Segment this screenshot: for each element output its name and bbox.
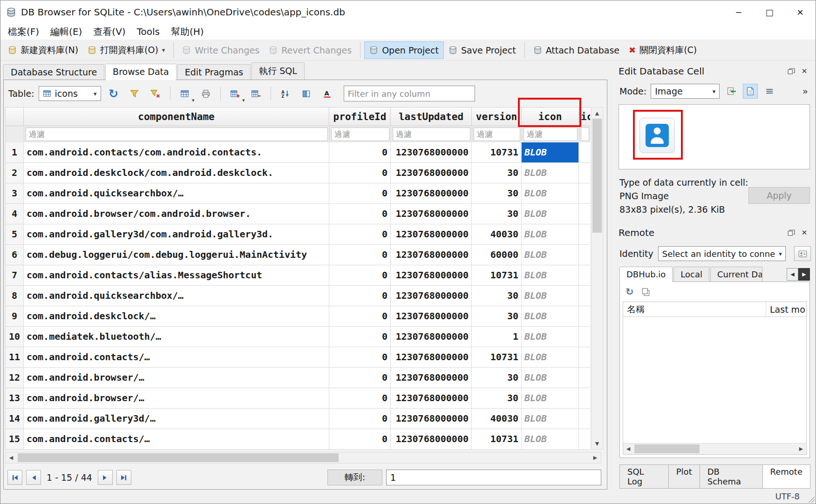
vertical-scrollbar[interactable]: ▲ ▼ [591, 107, 603, 450]
sort-button[interactable]: AZ [277, 85, 294, 102]
table-row[interactable]: 5 com.android.gallery3d/com.android.gall… [5, 224, 590, 245]
table-row[interactable]: 10 com.mediatek.bluetooth/… 0 1230768000… [5, 327, 590, 347]
table-row[interactable]: 15 com.android.contacts/… 0 123076800000… [5, 429, 590, 450]
remote-horizontal-scrollbar[interactable]: ◀ ▶ [623, 443, 806, 454]
remote-table-body[interactable] [623, 317, 806, 443]
cell-icon-blob[interactable]: BLOB [522, 142, 579, 163]
table-selector[interactable]: icons ▾ [39, 86, 101, 101]
cell-icon-blob[interactable]: BLOB [522, 429, 579, 450]
clone-database-button[interactable] [641, 288, 650, 296]
tab-edit-pragmas[interactable]: Edit Pragmas [177, 64, 251, 80]
scroll-right-icon[interactable]: ▶ [796, 444, 806, 455]
cell-profileId[interactable]: 0 [329, 245, 391, 265]
filter-input-componentName[interactable]: 過濾 [26, 128, 328, 141]
tab-database-structure[interactable]: Database Structure [3, 64, 104, 80]
cell-icon-blob[interactable]: BLOB [522, 245, 579, 265]
more-tools-chevron[interactable]: » [802, 86, 811, 97]
cell-version[interactable]: 30 [472, 204, 522, 224]
tab-browse-data[interactable]: Browse Data [105, 64, 177, 80]
cell-lastUpdated[interactable]: 1230768000000 [391, 265, 472, 286]
table-row[interactable]: 2 com.android.deskclock/com.android.desk… [5, 163, 590, 183]
cell-profileId[interactable]: 0 [329, 204, 391, 224]
cell-componentName[interactable]: com.android.contacts/… [24, 347, 329, 368]
cell-profileId[interactable]: 0 [329, 388, 391, 409]
cell-lastUpdated[interactable]: 1230768000000 [391, 204, 472, 224]
column-header-profileId[interactable]: profileId [329, 107, 391, 126]
refresh-button[interactable]: ↻ [105, 85, 122, 102]
new-database-button[interactable]: 新建資料庫(N) [3, 41, 83, 60]
tab-execute-sql[interactable]: 執行 SQL [252, 62, 305, 80]
cell-lastUpdated[interactable]: 1230768000000 [391, 368, 472, 388]
table-row[interactable]: 1 com.android.contacts/com.android.conta… [5, 142, 590, 163]
cell-icon-blob[interactable]: BLOB [522, 265, 579, 286]
cell-profileId[interactable]: 0 [329, 409, 391, 429]
cell-version[interactable]: 30 [472, 388, 522, 409]
table-row[interactable]: 4 com.android.browser/com.android.browse… [5, 204, 590, 224]
menu-file[interactable]: 檔案(F) [2, 26, 45, 38]
cell-lastUpdated[interactable]: 1230768000000 [391, 388, 472, 409]
last-page-button[interactable] [116, 470, 131, 485]
column-header-name[interactable]: 名稱 [623, 302, 766, 316]
open-database-button[interactable]: 打開資料庫(O) ▾ [83, 41, 170, 60]
table-row[interactable]: 7 com.android.contacts/alias.MessageShor… [5, 265, 590, 286]
cell-componentName[interactable]: com.android.browser/… [24, 368, 329, 388]
tab-sql-log[interactable]: SQL Log [619, 464, 669, 489]
cell-lastUpdated[interactable]: 1230768000000 [391, 429, 472, 450]
cell-profileId[interactable]: 0 [329, 286, 391, 306]
float-panel-button[interactable] [785, 227, 798, 239]
close-database-button[interactable]: ✖ 關閉資料庫(C) [624, 41, 701, 60]
horizontal-scroll-thumb[interactable] [18, 453, 339, 462]
cell-profileId[interactable]: 0 [329, 429, 391, 450]
tab-plot[interactable]: Plot [668, 464, 700, 489]
cell-profileId[interactable]: 0 [329, 163, 391, 183]
scroll-left-icon[interactable]: ◀ [6, 452, 17, 464]
save-project-button[interactable]: Save Project [444, 42, 521, 59]
cell-componentName[interactable]: com.android.gallery3d/com.android.galler… [24, 224, 329, 245]
cell-componentName[interactable]: com.android.browser/com.android.browser. [24, 204, 329, 224]
open-project-button[interactable]: Open Project [364, 41, 444, 59]
table-row[interactable]: 11 com.android.contacts/… 0 123076800000… [5, 347, 590, 368]
row-number[interactable]: 4 [5, 204, 24, 224]
cell-version[interactable]: 10731 [472, 265, 522, 286]
tab-scroll-right-button[interactable]: ▶ [798, 268, 810, 281]
remote-scroll-thumb[interactable] [634, 444, 700, 453]
manage-identities-button[interactable] [794, 246, 811, 261]
chevron-down-icon[interactable]: ▾ [242, 97, 245, 103]
cell-profileId[interactable]: 0 [329, 183, 391, 204]
maximize-button[interactable]: □ [754, 0, 785, 24]
cell-lastUpdated[interactable]: 1230768000000 [391, 163, 472, 183]
cell-profileId[interactable]: 0 [329, 306, 391, 327]
first-page-button[interactable] [7, 470, 22, 485]
scroll-up-icon[interactable]: ▲ [592, 108, 603, 119]
column-header-componentName[interactable]: componentName [24, 107, 329, 126]
import-data-button[interactable] [724, 84, 739, 99]
encoding-button[interactable] [298, 85, 315, 102]
cell-profileId[interactable]: 0 [329, 265, 391, 286]
filter-input-partial[interactable] [581, 128, 589, 141]
minimize-button[interactable]: ─ [723, 0, 754, 24]
table-row[interactable]: 6 com.debug.loggerui/com.debug.loggerui.… [5, 245, 590, 265]
print-button[interactable] [197, 85, 214, 102]
cell-icon-blob[interactable]: BLOB [522, 224, 579, 245]
tab-dbhub[interactable]: DBHub.io [619, 267, 673, 282]
filter-input-profileId[interactable]: 過濾 [331, 128, 389, 141]
column-header-version[interactable]: version [472, 107, 522, 126]
row-number[interactable]: 14 [5, 409, 24, 429]
cell-componentName[interactable]: com.android.contacts/… [24, 429, 329, 450]
tab-scroll-left-button[interactable]: ◀ [787, 268, 798, 281]
prev-page-button[interactable] [26, 470, 41, 485]
identity-selector[interactable]: Select an identity to conne ▾ [658, 246, 786, 261]
table-row[interactable]: 3 com.android.quicksearchbox/… 0 1230768… [5, 183, 590, 204]
cell-icon-blob[interactable]: BLOB [522, 327, 579, 347]
cell-icon-blob[interactable]: BLOB [522, 163, 579, 183]
filter-button[interactable] [126, 85, 143, 102]
menu-edit[interactable]: 編輯(E) [45, 26, 88, 38]
row-number[interactable]: 13 [5, 388, 24, 409]
refresh-remote-button[interactable]: ↻ [626, 287, 634, 297]
row-number[interactable]: 11 [5, 347, 24, 368]
cell-componentName[interactable]: com.android.deskclock/… [24, 306, 329, 327]
word-wrap-button[interactable]: ≡ [762, 84, 777, 99]
row-number[interactable]: 7 [5, 265, 24, 286]
cell-componentName[interactable]: com.android.deskclock/com.android.deskcl… [24, 163, 329, 183]
row-number[interactable]: 6 [5, 245, 24, 265]
